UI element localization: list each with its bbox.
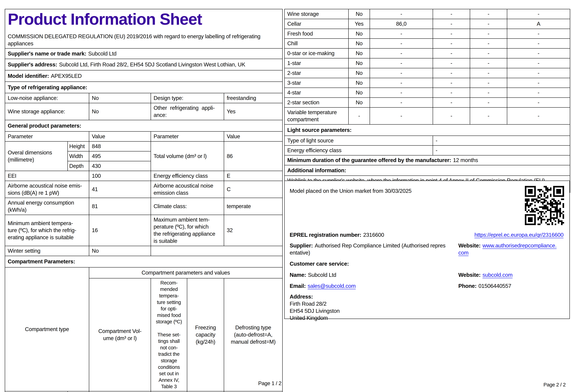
type-section-header: Type of refrigerating appliance: [5, 82, 283, 93]
email-link[interactable]: sales@subcold.com [308, 283, 356, 289]
energy-consumption-label: Annual energy consumption (kWh/a) [5, 198, 89, 215]
compartment-label: 3-star [285, 78, 348, 88]
compartment-volume: - [370, 39, 433, 48]
compartment-volume: - [370, 88, 433, 98]
compartment-freezing: - [470, 88, 507, 98]
compartment-volume: - [370, 29, 433, 39]
other-appliance-value: Yes [224, 103, 283, 120]
height-label: Height [68, 141, 89, 151]
care-email: Email:sales@subcold.com [290, 282, 356, 290]
noise-class-label: Airborne acoustical noise emission class [151, 181, 224, 198]
compartment-defrost: A [507, 19, 570, 29]
table-row: 2-star section No - - - - [285, 98, 570, 108]
compartment-present: No [348, 58, 370, 68]
empty-cell [151, 246, 283, 256]
model-identifier-row: Model identifier:APEX95LED [5, 70, 283, 82]
guarantee-row: Minimum duration of the guarantee offere… [285, 155, 570, 165]
title-block: Product Information Sheet COMMISSION DEL… [5, 9, 283, 48]
compartment-defrost: - [507, 78, 570, 88]
supplier-name-label: Supplier's name or trade mark: [8, 51, 86, 57]
supplier-address-row: Supplier's address:Subcold Ltd, Firth Ro… [5, 59, 283, 70]
eprel-label: EPREL registration number: [290, 232, 361, 238]
guarantee-label: Minimum duration of the guarantee offere… [287, 157, 451, 163]
width-value: 495 [89, 151, 151, 161]
compartment-present: No [348, 29, 370, 39]
eprel-link[interactable]: https://eprel.ec.europa.eu/qr/2316600 [474, 231, 564, 238]
compartment-present: No [348, 48, 370, 58]
phone-label: Phone: [458, 283, 477, 289]
light-class-label: Energy efficiency class [285, 145, 433, 155]
compartment-temp: - [433, 19, 470, 29]
care-name: Name:Subcold Ltd [290, 271, 336, 279]
additional-info-header: Additional information: [285, 165, 570, 176]
compartment-defrost: - [507, 98, 570, 108]
compartment-volume: - [370, 58, 433, 68]
table-row: Wine storage No - - - - [285, 9, 570, 19]
noise-class-value: C [224, 181, 283, 198]
min-ambient-value: 16 [89, 215, 151, 246]
other-appliance-label: Other refrigerating appli- ance: [151, 103, 224, 120]
address-block: Address: Firth Road 28/2 EH54 5DJ Living… [290, 293, 340, 322]
design-type-label: Design type: [151, 93, 224, 103]
noise-label: Airborne acoustical noise emis- sions (d… [5, 181, 89, 198]
compartment-temp: - [433, 88, 470, 98]
compartment-defrost: - [507, 9, 570, 19]
total-volume-label: Total volume (dm³ or l) [151, 141, 224, 171]
compartment-defrost: - [507, 29, 570, 39]
compartment-temp: - [433, 68, 470, 78]
pantry-temp: - [151, 391, 187, 392]
compartment-volume-header: Compartment Vol- ume (dm³ or l) [89, 278, 151, 391]
depth-value: 430 [89, 161, 151, 171]
supplier-info: Supplier:Authorised Rep Compliance Limit… [290, 242, 455, 256]
supplier-name-value: Subcold Ltd [88, 51, 117, 57]
climate-class-value: temperate [224, 198, 283, 215]
care-website-link[interactable]: subcold.com [482, 272, 512, 278]
compartment-label: Fresh food [285, 29, 348, 39]
general-section-header: General product parameters: [5, 120, 283, 131]
compartment-label: 0-star or ice-making [285, 48, 348, 58]
compartment-defrost: - [507, 68, 570, 78]
compartment-temp: - [433, 78, 470, 88]
width-label: Width [68, 151, 89, 161]
compartment-defrost: - [507, 107, 570, 124]
table-row: Variable temperature compartment - - - -… [285, 107, 570, 124]
supplier-website-info: Website:www.authorisedrepcompliance. com [458, 242, 564, 256]
column-header-parameter: Parameter [151, 131, 224, 141]
supplier-address-value: Subcold Ltd, Firth Road 28/2, EH54 5DJ S… [59, 61, 245, 68]
eprel-number: 2316600 [363, 232, 384, 238]
compartment-present: No [348, 68, 370, 78]
design-type-value: freestanding [224, 93, 283, 103]
compartment-freezing: - [470, 58, 507, 68]
height-value: 848 [89, 141, 151, 151]
table-row: 1-star No - - - - [285, 58, 570, 68]
registration-info-box: Model placed on the Union market from 30… [284, 181, 570, 319]
compartment-freezing: - [470, 39, 507, 48]
compartment-label: 2-star section [285, 98, 348, 108]
compartment-freezing: - [470, 9, 507, 19]
compartment-volume: - [370, 78, 433, 88]
compartment-present: No [348, 98, 370, 108]
climate-class-label: Climate class: [151, 198, 224, 215]
compartment-volume: - [370, 48, 433, 58]
guarantee-value: 12 months [453, 157, 478, 163]
energy-class-value: E [224, 171, 283, 181]
freezing-capacity-header: Freezing capacity (kg/24h) [187, 278, 224, 391]
supplier-label: Supplier: [290, 242, 313, 249]
defrosting-type-header: Defrosting type (auto-defrost=A, manual … [224, 278, 283, 391]
compartment-label: Cellar [285, 19, 348, 29]
compartment-label: Wine storage [285, 9, 348, 19]
compartment-label: 2-star [285, 68, 348, 78]
compartment-label: 1-star [285, 58, 348, 68]
compartment-freezing: - [470, 78, 507, 88]
compartment-temp: - [433, 39, 470, 48]
compartment-volume: - [370, 98, 433, 108]
wine-storage-value: No [89, 103, 151, 120]
column-header-value: Value [89, 131, 151, 141]
compartment-freezing: - [470, 98, 507, 108]
compartment-volume: - [370, 107, 433, 124]
product-info-sheet-table: Product Information Sheet COMMISSION DEL… [5, 9, 283, 392]
wine-storage-label: Wine storage appliance: [5, 103, 89, 120]
compartment-present: Yes [348, 19, 370, 29]
document-canvas: Product Information Sheet COMMISSION DEL… [0, 0, 571, 392]
light-source-section-header: Light source parameters: [285, 124, 570, 136]
